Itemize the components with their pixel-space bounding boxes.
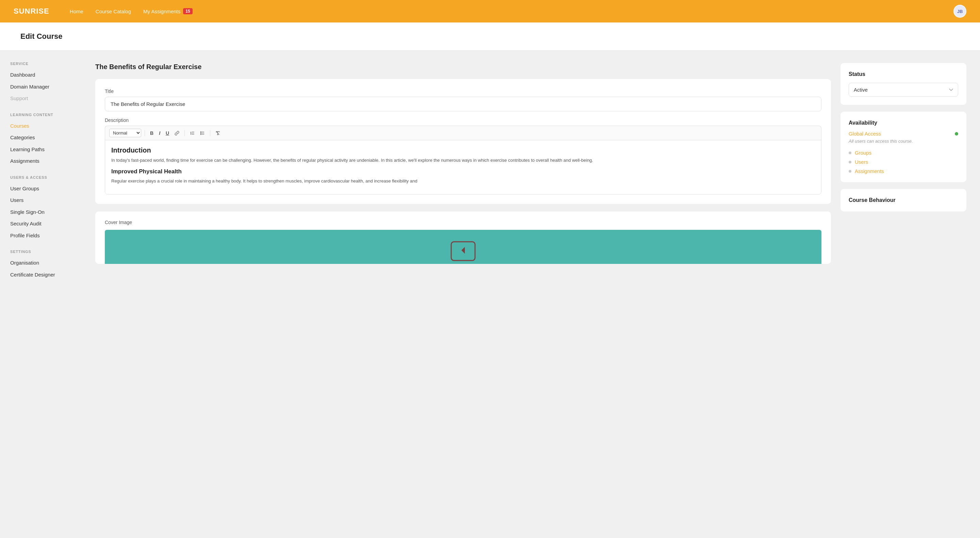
bullet-dot-users [849, 161, 851, 163]
assignments-badge: 15 [183, 8, 192, 14]
editor-intro-heading: Introduction [111, 147, 815, 154]
assignments-link[interactable]: Assignments [855, 168, 884, 174]
editor-fade-overlay [105, 184, 821, 194]
groups-link[interactable]: Groups [855, 150, 872, 156]
toolbar-separator-3 [210, 130, 210, 136]
availability-link-users: Users [849, 159, 958, 165]
availability-link-assignments: Assignments [849, 168, 958, 174]
editor-content[interactable]: Introduction In today's fast-paced world… [105, 140, 821, 195]
availability-card: Availability Global Access All users can… [840, 112, 966, 182]
sidebar-section-learning-content: LEARNING CONTENT [10, 113, 78, 117]
nav: Home Course Catalog My Assignments 15 [70, 8, 940, 14]
paragraph-style-select[interactable]: Normal Heading 1 Heading 2 [109, 129, 141, 137]
availability-link-groups: Groups [849, 150, 958, 156]
sidebar-item-domain-manager[interactable]: Domain Manager [10, 81, 78, 93]
sidebar-section-service: SERVICE [10, 62, 78, 66]
sidebar-item-learning-paths[interactable]: Learning Paths [10, 144, 78, 156]
status-select[interactable]: Active Inactive Draft [849, 83, 958, 97]
sidebar-item-certificate-designer[interactable]: Certificate Designer [10, 269, 78, 281]
content-area: The Benefits of Regular Exercise Title D… [89, 51, 980, 538]
sidebar-item-dashboard[interactable]: Dashboard [10, 69, 78, 81]
sidebar-item-user-groups[interactable]: User Groups [10, 183, 78, 195]
right-panel: Status Active Inactive Draft Availabilit… [840, 63, 966, 528]
global-access-label[interactable]: Global Access [849, 131, 881, 137]
italic-button[interactable]: I [157, 129, 162, 137]
title-description-card: Title Description Normal Heading 1 Headi… [95, 79, 831, 204]
sidebar-section-settings: SETTINGS [10, 250, 78, 254]
editor-health-heading: Improved Physical Health [111, 168, 815, 175]
sidebar-item-support[interactable]: Support [10, 93, 78, 105]
logo: SUNRISE [14, 7, 49, 16]
sidebar-item-profile-fields[interactable]: Profile Fields [10, 230, 78, 242]
course-behaviour-card: Course Behaviour [840, 189, 966, 211]
cover-image-label: Cover Image [105, 220, 821, 225]
sidebar-item-assignments[interactable]: Assignments [10, 155, 78, 167]
svg-point-6 [201, 131, 202, 132]
sidebar-item-users[interactable]: Users [10, 195, 78, 206]
toolbar-separator-2 [185, 130, 185, 136]
sidebar-item-security-audit[interactable]: Security Audit [10, 218, 78, 230]
cover-image-graphic [443, 237, 484, 264]
svg-point-7 [201, 133, 202, 134]
status-card-title: Status [849, 71, 958, 77]
link-button[interactable] [173, 130, 181, 137]
page-title: Edit Course [21, 32, 959, 41]
sidebar-item-organisation[interactable]: Organisation [10, 257, 78, 269]
bold-button[interactable]: B [148, 129, 155, 137]
header: SUNRISE Home Course Catalog My Assignmen… [0, 0, 980, 22]
nav-course-catalog[interactable]: Course Catalog [95, 8, 131, 14]
page-heading-bar: Edit Course [0, 22, 980, 51]
nav-my-assignments[interactable]: My Assignments 15 [143, 8, 192, 14]
title-label: Title [105, 89, 821, 94]
user-avatar[interactable]: JB [953, 5, 966, 18]
underline-button[interactable]: U [164, 129, 171, 137]
course-title-heading: The Benefits of Regular Exercise [95, 63, 831, 71]
bullet-dot-groups [849, 152, 851, 154]
access-description: All users can access this course. [849, 139, 958, 144]
toolbar-separator-1 [145, 130, 145, 136]
sidebar-item-single-sign-on[interactable]: Single Sign-On [10, 206, 78, 218]
description-label: Description [105, 118, 821, 123]
availability-links: Groups Users Assignments [849, 150, 958, 174]
availability-title: Availability [849, 120, 958, 126]
sidebar: SERVICE Dashboard Domain Manager Support… [0, 51, 89, 538]
global-access-row: Global Access [849, 131, 958, 137]
main-panel: The Benefits of Regular Exercise Title D… [95, 63, 831, 528]
sidebar-item-courses[interactable]: Courses [10, 120, 78, 132]
editor-intro-text: In today's fast-paced world, finding tim… [111, 157, 815, 164]
sidebar-item-categories[interactable]: Categories [10, 132, 78, 144]
active-dot [955, 132, 958, 136]
unordered-list-button[interactable] [198, 130, 207, 137]
ordered-list-button[interactable] [188, 130, 196, 137]
course-behaviour-title: Course Behaviour [849, 197, 958, 203]
title-input[interactable] [105, 97, 821, 111]
cover-image-card: Cover Image [95, 211, 831, 264]
sidebar-section-users-access: USERS & ACCESS [10, 176, 78, 179]
editor-toolbar: Normal Heading 1 Heading 2 B I U [105, 126, 821, 140]
main-layout: SERVICE Dashboard Domain Manager Support… [0, 51, 980, 538]
bullet-dot-assignments [849, 170, 851, 172]
cover-image-preview[interactable] [105, 230, 821, 264]
users-link[interactable]: Users [855, 159, 868, 165]
nav-home[interactable]: Home [70, 8, 83, 14]
clear-format-button[interactable] [214, 130, 222, 137]
status-card: Status Active Inactive Draft [840, 63, 966, 105]
svg-point-8 [201, 134, 202, 134]
